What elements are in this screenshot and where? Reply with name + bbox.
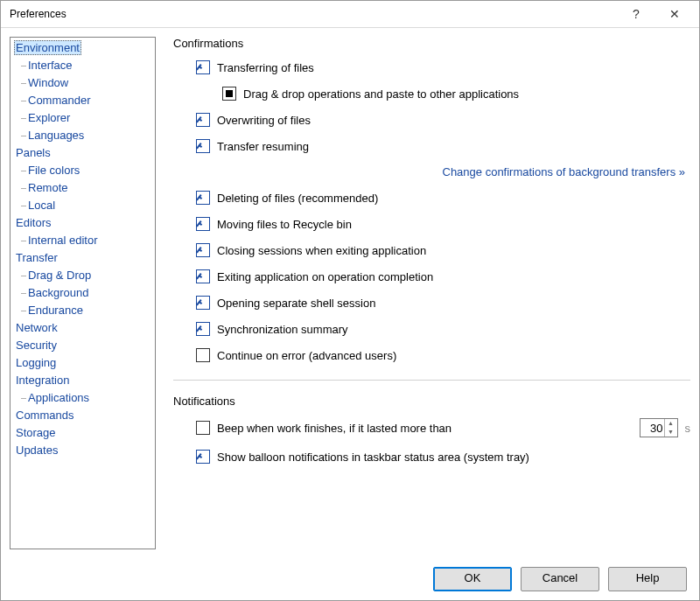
settings-panel: Confirmations Transferring of files Drag… bbox=[173, 37, 690, 549]
tree-item[interactable]: Commander bbox=[10, 92, 155, 109]
dialog-footer: OK Cancel Help bbox=[1, 558, 699, 600]
ok-button[interactable]: OK bbox=[433, 567, 512, 591]
checkbox-deleting[interactable] bbox=[196, 191, 210, 205]
nav-tree[interactable]: EnvironmentInterfaceWindowCommanderExplo… bbox=[10, 37, 156, 549]
checkbox-transferring[interactable] bbox=[196, 60, 210, 74]
label-transferring: Transferring of files bbox=[217, 61, 314, 74]
unit-seconds: s bbox=[685, 422, 691, 435]
checkbox-resuming[interactable] bbox=[196, 139, 210, 153]
cancel-button[interactable]: Cancel bbox=[521, 567, 599, 591]
tree-item[interactable]: Explorer bbox=[10, 109, 155, 127]
tree-item[interactable]: Remote bbox=[10, 179, 155, 197]
row-continue: Continue on error (advanced users) bbox=[173, 348, 690, 362]
label-overwriting: Overwriting of files bbox=[217, 114, 311, 127]
tree-item[interactable]: Background bbox=[10, 284, 155, 302]
preferences-window: Preferences ? ✕ EnvironmentInterfaceWind… bbox=[0, 0, 700, 601]
tree-item[interactable]: Endurance bbox=[10, 302, 155, 319]
section-notifications-title: Notifications bbox=[173, 395, 690, 408]
help-icon[interactable]: ? bbox=[617, 2, 655, 26]
label-sync: Synchronization summary bbox=[217, 323, 348, 336]
spinner-beep-seconds[interactable]: 30 ▲ ▼ bbox=[640, 418, 678, 437]
tree-item[interactable]: Languages bbox=[10, 127, 155, 144]
row-closing: Closing sessions when exiting applicatio… bbox=[173, 243, 690, 257]
tree-item[interactable]: Logging bbox=[10, 354, 155, 372]
tree-item[interactable]: Drag & Drop bbox=[10, 267, 155, 284]
tree-item[interactable]: Commands bbox=[10, 407, 155, 424]
label-recycle: Moving files to Recycle bin bbox=[217, 218, 352, 231]
checkbox-continue[interactable] bbox=[196, 348, 210, 362]
checkbox-exiting[interactable] bbox=[196, 269, 210, 283]
checkbox-shell[interactable] bbox=[196, 296, 210, 310]
label-dragdrop: Drag & drop operations and paste to othe… bbox=[243, 87, 519, 101]
link-background-confirmations[interactable]: Change confirmations of background trans… bbox=[443, 165, 686, 178]
row-resuming: Transfer resuming bbox=[173, 139, 690, 153]
window-title: Preferences bbox=[10, 8, 617, 20]
tree-item[interactable]: Window bbox=[10, 74, 155, 92]
label-deleting: Deleting of files (recommended) bbox=[217, 192, 378, 205]
row-sync: Synchronization summary bbox=[173, 322, 690, 336]
tree-item[interactable]: Internal editor bbox=[10, 232, 155, 249]
tree-item[interactable]: Panels bbox=[10, 144, 155, 162]
row-overwriting: Overwriting of files bbox=[173, 113, 690, 127]
row-balloon: Show balloon notifications in taskbar st… bbox=[173, 450, 690, 464]
checkbox-recycle[interactable] bbox=[196, 217, 210, 231]
section-divider bbox=[173, 380, 690, 381]
titlebar: Preferences ? ✕ bbox=[1, 1, 699, 28]
spinner-value: 30 bbox=[650, 422, 662, 435]
tree-item[interactable]: Local bbox=[10, 197, 155, 214]
tree-item[interactable]: Storage bbox=[10, 424, 155, 442]
row-shell: Opening separate shell session bbox=[173, 296, 690, 310]
tree-item[interactable]: Security bbox=[10, 337, 155, 354]
help-button[interactable]: Help bbox=[608, 567, 687, 591]
label-exiting: Exiting application on operation complet… bbox=[217, 270, 433, 283]
row-deleting: Deleting of files (recommended) bbox=[173, 191, 690, 205]
spinner-down-icon[interactable]: ▼ bbox=[665, 428, 677, 437]
row-exiting: Exiting application on operation complet… bbox=[173, 269, 690, 283]
label-shell: Opening separate shell session bbox=[217, 297, 375, 310]
label-continue: Continue on error (advanced users) bbox=[217, 349, 396, 362]
tree-item[interactable]: Updates bbox=[10, 442, 155, 459]
row-bg-link: Change confirmations of background trans… bbox=[173, 165, 690, 178]
checkbox-beep[interactable] bbox=[196, 421, 210, 435]
tree-item[interactable]: Integration bbox=[10, 372, 155, 389]
checkbox-balloon[interactable] bbox=[196, 450, 210, 464]
row-beep: Beep when work finishes, if it lasted mo… bbox=[173, 418, 690, 437]
row-transferring: Transferring of files bbox=[173, 60, 690, 74]
tree-item[interactable]: File colors bbox=[10, 162, 155, 179]
client-area: EnvironmentInterfaceWindowCommanderExplo… bbox=[1, 28, 699, 558]
label-beep: Beep when work finishes, if it lasted mo… bbox=[217, 422, 452, 435]
tree-item[interactable]: Environment bbox=[10, 39, 155, 57]
close-icon[interactable]: ✕ bbox=[655, 2, 694, 26]
tree-item[interactable]: Transfer bbox=[10, 249, 155, 267]
checkbox-sync[interactable] bbox=[196, 322, 210, 336]
label-balloon: Show balloon notifications in taskbar st… bbox=[217, 451, 529, 464]
tree-item[interactable]: Editors bbox=[10, 214, 155, 232]
tree-item[interactable]: Network bbox=[10, 319, 155, 337]
tree-item[interactable]: Applications bbox=[10, 389, 155, 407]
checkbox-dragdrop[interactable] bbox=[222, 87, 236, 101]
label-closing: Closing sessions when exiting applicatio… bbox=[217, 244, 426, 257]
checkbox-closing[interactable] bbox=[196, 243, 210, 257]
section-confirmations-title: Confirmations bbox=[173, 37, 690, 50]
spinner-up-icon[interactable]: ▲ bbox=[665, 419, 677, 428]
checkbox-overwriting[interactable] bbox=[196, 113, 210, 127]
row-dragdrop: Drag & drop operations and paste to othe… bbox=[173, 87, 690, 101]
label-resuming: Transfer resuming bbox=[217, 140, 309, 153]
row-recycle: Moving files to Recycle bin bbox=[173, 217, 690, 231]
tree-item[interactable]: Interface bbox=[10, 57, 155, 74]
